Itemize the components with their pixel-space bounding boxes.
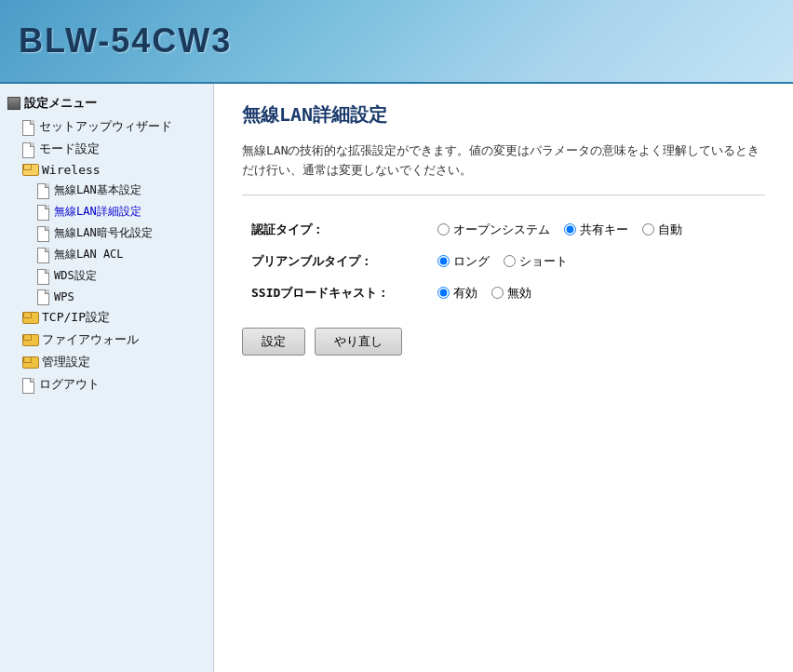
save-button[interactable]: 設定 [242, 328, 305, 356]
sidebar-item-wireless[interactable]: Wireless [0, 160, 213, 180]
doc-icon [37, 205, 49, 219]
preamble-long-label: ロング [453, 253, 490, 270]
sidebar-item-label: WPS [54, 290, 74, 303]
reset-button[interactable]: やり直し [315, 328, 402, 356]
button-row: 設定 やり直し [242, 328, 765, 356]
sidebar-item-logout[interactable]: ログアウト [0, 373, 213, 396]
preamble-label: プリアンブルタイプ： [242, 246, 428, 277]
ssid-enable-label: 有効 [453, 285, 477, 302]
preamble-short-label: ショート [519, 253, 568, 270]
sidebar-item-label: WDS設定 [54, 268, 97, 284]
menu-header: 設定メニュー [0, 91, 213, 115]
auth-open-radio[interactable] [437, 223, 450, 235]
auth-auto-radio[interactable] [642, 223, 654, 235]
page-title: 無線LAN詳細設定 [242, 102, 765, 128]
sidebar-item-label: ファイアウォール [42, 331, 139, 348]
sidebar-item-setup-wizard[interactable]: セットアップウィザード [0, 115, 213, 138]
sidebar-item-wps[interactable]: WPS [0, 287, 213, 306]
doc-icon [22, 378, 34, 392]
content-area: 無線LAN詳細設定 無線LANの技術的な拡張設定ができます。値の変更はパラメータ… [214, 84, 793, 672]
sidebar-item-label: 無線LAN詳細設定 [54, 204, 141, 220]
ssid-disable-radio[interactable] [491, 287, 504, 299]
auth-open-option[interactable]: オープンシステム [437, 222, 550, 238]
preamble-short-radio[interactable] [504, 255, 516, 267]
sidebar-item-tcpip[interactable]: TCP/IP設定 [0, 306, 213, 329]
doc-icon [37, 248, 49, 262]
menu-header-label: 設定メニュー [24, 95, 97, 112]
folder-icon [22, 356, 37, 369]
ssid-broadcast-radio-group: 有効 無効 [437, 285, 756, 302]
auth-open-label: オープンシステム [453, 222, 550, 238]
auth-type-options: オープンシステム 共有キー 自動 [428, 214, 765, 246]
preamble-options: ロング ショート [428, 246, 765, 277]
main-layout: 設定メニュー セットアップウィザード モード設定 Wireless 無線LAN基… [0, 84, 793, 672]
folder-open-icon [22, 164, 37, 176]
ssid-enable-option[interactable]: 有効 [437, 285, 477, 302]
sidebar-item-wireless-detail[interactable]: 無線LAN詳細設定 [0, 201, 213, 222]
sidebar-item-management[interactable]: 管理設定 [0, 351, 213, 373]
preamble-short-option[interactable]: ショート [504, 253, 568, 270]
sidebar-item-label: TCP/IP設定 [42, 309, 110, 326]
sidebar: 設定メニュー セットアップウィザード モード設定 Wireless 無線LAN基… [0, 84, 214, 672]
auth-type-label: 認証タイプ： [242, 214, 428, 246]
sidebar-item-label: 無線LAN暗号化設定 [54, 225, 153, 241]
doc-icon [37, 289, 49, 303]
ssid-broadcast-row: SSIDブロードキャスト： 有効 無効 [242, 277, 765, 309]
header: BLW-54CW3 [0, 0, 793, 84]
doc-icon [37, 183, 49, 197]
auth-auto-label: 自動 [658, 222, 682, 238]
auth-type-row: 認証タイプ： オープンシステム 共有キー [242, 214, 765, 246]
auth-shared-radio[interactable] [564, 223, 576, 235]
sidebar-item-label: 管理設定 [42, 354, 90, 370]
sidebar-item-mode-settings[interactable]: モード設定 [0, 138, 213, 160]
sidebar-item-label: 無線LAN基本設定 [54, 182, 141, 198]
auth-shared-option[interactable]: 共有キー [564, 222, 628, 238]
preamble-long-radio[interactable] [437, 255, 450, 267]
auth-shared-label: 共有キー [580, 222, 628, 238]
ssid-enable-radio[interactable] [437, 287, 450, 299]
auth-type-radio-group: オープンシステム 共有キー 自動 [437, 222, 756, 238]
preamble-radio-group: ロング ショート [437, 253, 756, 270]
sidebar-item-wireless-basic[interactable]: 無線LAN基本設定 [0, 180, 213, 201]
sidebar-item-label: Wireless [42, 163, 101, 177]
folder-icon [22, 312, 37, 324]
ssid-broadcast-label: SSIDブロードキャスト： [242, 277, 428, 309]
doc-icon [37, 226, 49, 240]
preamble-long-option[interactable]: ロング [437, 253, 490, 270]
ssid-broadcast-options: 有効 無効 [428, 277, 765, 309]
preamble-type-row: プリアンブルタイプ： ロング ショート [242, 246, 765, 277]
sidebar-item-wireless-acl[interactable]: 無線LAN ACL [0, 244, 213, 265]
ssid-disable-option[interactable]: 無効 [491, 285, 531, 302]
app-title: BLW-54CW3 [19, 21, 232, 60]
sidebar-item-label: モード設定 [39, 141, 100, 157]
folder-icon [22, 334, 37, 346]
page-description: 無線LANの技術的な拡張設定ができます。値の変更はパラメータの意味をよく理解して… [242, 141, 765, 195]
sidebar-item-label: ログアウト [39, 376, 100, 393]
menu-grid-icon [7, 97, 20, 110]
auth-auto-option[interactable]: 自動 [642, 222, 682, 238]
ssid-disable-label: 無効 [507, 285, 531, 302]
settings-form: 認証タイプ： オープンシステム 共有キー [242, 214, 765, 309]
sidebar-item-wireless-encrypt[interactable]: 無線LAN暗号化設定 [0, 222, 213, 244]
sidebar-item-label: セットアップウィザード [39, 118, 172, 135]
sidebar-item-label: 無線LAN ACL [54, 247, 124, 262]
sidebar-item-wds[interactable]: WDS設定 [0, 265, 213, 287]
doc-icon [37, 269, 49, 283]
doc-icon [22, 142, 34, 156]
doc-icon [22, 120, 34, 134]
sidebar-item-firewall[interactable]: ファイアウォール [0, 329, 213, 351]
